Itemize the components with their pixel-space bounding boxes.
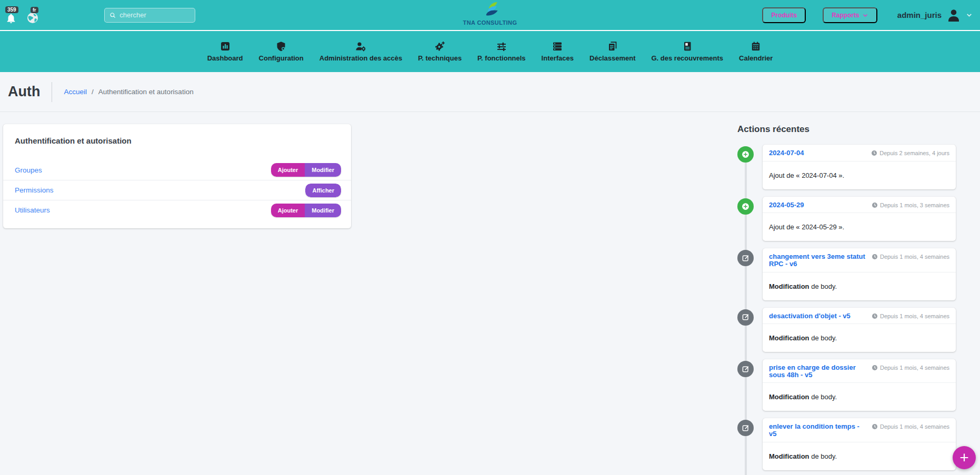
timeline-card: prise en charge de dossier sous 48h - v5…: [763, 359, 956, 411]
utilisateurs-link[interactable]: Utilisateurs: [15, 206, 50, 214]
nav-item-administration-des-acces[interactable]: Administration des accès: [319, 41, 403, 62]
products-button[interactable]: Produits: [762, 7, 806, 23]
permissions-view-button[interactable]: Afficher: [305, 184, 341, 197]
utilisateurs-add-button[interactable]: Ajouter: [271, 204, 305, 217]
recent-actions-title: Actions récentes: [737, 124, 956, 135]
timeline-card-header: desactivation d'objet - v5 Depuis 1 mois…: [763, 308, 956, 325]
nav-item-g-des-recouvrements[interactable]: G. des recouvrements: [651, 41, 723, 62]
clock-icon: [872, 313, 878, 319]
timeline-entry: desactivation d'objet - v5 Depuis 1 mois…: [737, 308, 956, 352]
groupes-edit-button[interactable]: Modifier: [305, 163, 341, 177]
user-menu[interactable]: admin_juris: [897, 7, 973, 23]
timeline-card-header: changement vers 3eme statut RPC - v6 Dep…: [763, 248, 956, 272]
nav-item-declassement[interactable]: Déclassement: [589, 41, 635, 62]
timeline-card-header: enlever la condition temps - v5 Depuis 1…: [763, 418, 956, 442]
timeline-card: desactivation d'objet - v5 Depuis 1 mois…: [763, 308, 956, 352]
timeline-card: changement vers 3eme statut RPC - v6 Dep…: [763, 248, 956, 300]
timeline-card-header: 2024-05-29 Depuis 1 mois, 3 semaines: [763, 197, 956, 214]
timeline-entry-body: Modification de body.: [763, 324, 956, 352]
nav-label: Configuration: [259, 54, 304, 62]
timeline-card-header: prise en charge de dossier sous 48h - v5…: [763, 359, 956, 383]
model-row-utilisateurs: Utilisateurs Ajouter Modifier: [3, 200, 351, 220]
timeline-entry-body: Ajout de « 2024-05-29 ».: [763, 213, 956, 241]
nav-label: Déclassement: [589, 54, 635, 62]
timeline-entry-link[interactable]: enlever la condition temps - v5: [769, 423, 872, 437]
clock-icon: [872, 202, 878, 208]
timeline-entry-time: Depuis 1 mois, 3 semaines: [872, 202, 949, 208]
timeline-entry-time: Depuis 1 mois, 4 semaines: [872, 365, 949, 371]
clock-icon: [872, 365, 878, 371]
add-action-icon: [737, 146, 754, 163]
breadcrumb-separator: /: [92, 88, 94, 96]
timeline-entry-link[interactable]: changement vers 3eme statut RPC - v6: [769, 253, 872, 267]
add-fab-button[interactable]: +: [953, 446, 976, 469]
copy-files-icon: [607, 41, 618, 52]
clock-icon: [872, 254, 878, 260]
breadcrumb-home-link[interactable]: Accueil: [64, 88, 87, 96]
content-area: Authentification et autorisation Groupes…: [0, 112, 980, 474]
ledger-device-icon: [682, 41, 693, 52]
nav-item-interfaces[interactable]: Interfaces: [542, 41, 574, 62]
language-button[interactable]: fr: [25, 4, 41, 26]
timeline-entry-body: Modification de body.: [763, 442, 956, 470]
timeline-entry-time: Depuis 1 mois, 4 semaines: [872, 254, 949, 260]
timeline-entry: changement vers 3eme statut RPC - v6 Dep…: [737, 248, 956, 300]
nav-item-dashboard[interactable]: Dashboard: [207, 41, 243, 62]
leaf-logo-icon: [478, 1, 502, 19]
nav-item-calendrier[interactable]: Calendrier: [739, 41, 773, 62]
auth-model-card: Authentification et autorisation Groupes…: [3, 124, 351, 228]
dashboard-icon: [220, 41, 231, 52]
edit-action-icon: [737, 420, 754, 436]
timeline-card: 2024-07-04 Depuis 2 semaines, 4 jours Aj…: [763, 145, 956, 189]
timeline-entry: prise en charge de dossier sous 48h - v5…: [737, 359, 956, 411]
add-action-icon: [737, 198, 754, 215]
nav-label: Administration des accès: [319, 54, 403, 62]
user-avatar-icon: [946, 7, 962, 23]
groupes-add-button[interactable]: Ajouter: [271, 163, 305, 177]
edit-action-icon: [737, 309, 754, 326]
nav-item-p-techniques[interactable]: P. techniques: [418, 41, 462, 62]
notifications-button[interactable]: 359: [4, 4, 20, 26]
user-chevron-down-icon: [966, 12, 973, 18]
brand-logo[interactable]: TNA CONSULTING: [463, 1, 517, 26]
brand-name: TNA CONSULTING: [463, 19, 517, 26]
user-settings-icon: [355, 41, 366, 52]
nav-label: G. des recouvrements: [651, 54, 723, 62]
search-input[interactable]: [119, 11, 190, 19]
groupes-link[interactable]: Groupes: [15, 166, 42, 174]
search-icon: [109, 12, 116, 19]
breadcrumb-current: Authentification et autorisation: [98, 88, 194, 96]
groupes-actions: Ajouter Modifier: [271, 163, 341, 177]
permissions-link[interactable]: Permissions: [15, 186, 54, 194]
clock-icon: [871, 150, 877, 156]
server-stack-icon: [552, 41, 563, 52]
timeline-entry: 2024-05-29 Depuis 1 mois, 3 semaines Ajo…: [737, 197, 956, 241]
recent-actions-timeline: 2024-07-04 Depuis 2 semaines, 4 jours Aj…: [737, 145, 956, 470]
nav-item-configuration[interactable]: Configuration: [259, 41, 304, 62]
calendar-icon: [751, 41, 761, 52]
timeline-card: 2024-05-29 Depuis 1 mois, 3 semaines Ajo…: [763, 197, 956, 241]
nav-item-p-fonctionnels[interactable]: P. fonctionnels: [477, 41, 526, 62]
timeline-entry-time: Depuis 1 mois, 4 semaines: [872, 313, 949, 319]
page-header: Auth Accueil / Authentification et autor…: [0, 72, 980, 112]
topbar-left: 359 fr: [0, 4, 41, 26]
header-divider: [52, 82, 52, 102]
username: admin_juris: [897, 11, 942, 19]
reports-dropdown-button[interactable]: Rapports: [823, 7, 877, 23]
model-rows: Groupes Ajouter Modifier Permissions Aff…: [3, 160, 351, 220]
clock-icon: [872, 423, 878, 430]
permissions-actions: Afficher: [305, 184, 341, 197]
bell-icon: [5, 13, 17, 24]
recent-actions-panel: Actions récentes 2024-07-04 Depuis 2 sem…: [737, 124, 956, 475]
main-navigation: Dashboard Configuration Administration d…: [0, 30, 980, 72]
utilisateurs-edit-button[interactable]: Modifier: [305, 204, 341, 217]
timeline-entry-link[interactable]: desactivation d'objet - v5: [769, 312, 855, 320]
timeline-entry: enlever la condition temps - v5 Depuis 1…: [737, 418, 956, 470]
breadcrumb: Accueil / Authentification et autorisati…: [64, 88, 193, 96]
timeline-entry-link[interactable]: 2024-05-29: [769, 201, 808, 209]
nav-label: Dashboard: [207, 54, 243, 62]
model-row-groupes: Groupes Ajouter Modifier: [3, 160, 351, 180]
timeline-entry-link[interactable]: 2024-07-04: [769, 149, 808, 157]
timeline-entry-link[interactable]: prise en charge de dossier sous 48h - v5: [769, 364, 872, 378]
timeline-entry-body: Modification de body.: [763, 272, 956, 300]
